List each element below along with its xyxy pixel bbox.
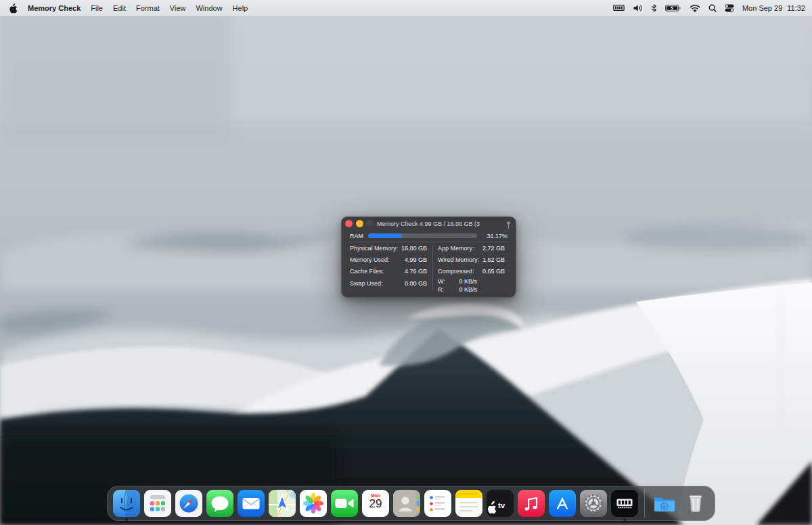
safari-icon (175, 490, 202, 517)
stat-label: Compressed: (438, 268, 474, 275)
messages-icon (206, 490, 233, 517)
notes-icon (455, 490, 482, 517)
dock-item-safari[interactable] (175, 490, 202, 517)
launchpad-icon (144, 490, 171, 517)
volume-icon[interactable] (633, 4, 643, 12)
dock-item-maps[interactable] (269, 490, 296, 517)
calendar-icon: Mon29 (362, 490, 389, 517)
column-separator (432, 245, 433, 290)
battery-icon[interactable] (665, 4, 681, 12)
stat-value: 2,72 GB (482, 245, 505, 252)
active-app-name[interactable]: Memory Check (28, 4, 81, 12)
stat-value: 0,65 GB (482, 268, 505, 275)
dock-item-finder[interactable] (113, 490, 140, 517)
apple-menu-icon[interactable] (9, 3, 18, 14)
stat-row: Memory Used:4,99 GB (350, 254, 427, 265)
stat-row: Swap Used:0.00 GB (350, 277, 427, 289)
dock-item-calendar[interactable]: Mon29 (362, 490, 389, 517)
stat-label: Physical Memory: (350, 245, 398, 252)
stat-label: R: (438, 286, 449, 293)
menu-help[interactable]: Help (233, 4, 248, 12)
menu-file[interactable]: File (91, 4, 103, 12)
running-indicator-dot (125, 518, 128, 521)
desktop[interactable]: Memory Check FileEditFormatViewWindowHel… (0, 0, 812, 525)
minimize-button[interactable] (356, 220, 363, 227)
stat-label: Memory Used: (350, 256, 390, 263)
dock-item-reminders[interactable] (424, 490, 451, 517)
downloads-icon (651, 490, 678, 517)
memory-check-window: Memory Check 4.99 GB / 16.00 GB (31.17%)… (341, 216, 516, 298)
spotlight-icon[interactable] (708, 4, 717, 12)
stat-value: 4.76 GB (405, 268, 427, 275)
stat-label: W: (438, 278, 449, 285)
status-icon-list (613, 4, 734, 12)
stat-value: 16,00 GB (401, 245, 427, 252)
dock-item-facetime[interactable] (331, 490, 358, 517)
stat-value: 4,99 GB (405, 256, 427, 263)
clock-time: 11:32 (787, 4, 805, 12)
stat-value: 0.00 GB (405, 280, 427, 287)
dock-item-mail[interactable] (238, 490, 265, 517)
menu-view[interactable]: View (170, 4, 186, 12)
dock-item-contacts[interactable] (393, 490, 420, 517)
stat-label: App Memory: (438, 245, 474, 252)
control-center-icon[interactable] (725, 4, 734, 12)
io-row: R:0 KB/s (438, 286, 477, 294)
stat-label: Cache Files: (350, 268, 384, 275)
dock-item-memory-check[interactable] (611, 490, 638, 517)
menu-format[interactable]: Format (136, 4, 160, 12)
menu-edit[interactable]: Edit (113, 4, 126, 12)
ram-usage-row: RAM 31.17% (350, 231, 508, 240)
dock-item-trash[interactable] (682, 490, 709, 517)
dock-item-launchpad[interactable] (144, 490, 171, 517)
appletv-icon: tv (487, 490, 514, 517)
trash-icon (682, 490, 709, 517)
menu-bar-clock[interactable]: Mon Sep 29 11:32 (742, 4, 805, 12)
maps-icon (269, 490, 296, 517)
dock-divider (644, 489, 645, 518)
stats-column-left: Physical Memory:16,00 GBMemory Used:4,99… (350, 242, 427, 289)
stat-value: 0 KB/s (449, 278, 477, 285)
calendar-day: 29 (369, 498, 382, 510)
window-title: Memory Check 4.99 GB / 16.00 GB (31.17%) (377, 217, 480, 230)
stat-row: Wired Memory:1,62 GB (438, 254, 505, 265)
contacts-icon (393, 490, 420, 517)
dock-item-music[interactable] (518, 490, 545, 517)
stat-value: 0 KB/s (449, 286, 477, 293)
dock-item-messages[interactable] (206, 490, 233, 517)
stat-row: Physical Memory:16,00 GB (350, 242, 427, 254)
close-button[interactable] (345, 220, 353, 227)
stat-value: 1,62 GB (482, 256, 505, 263)
dock-item-notes[interactable] (455, 490, 482, 517)
dock-item-downloads[interactable] (651, 490, 678, 517)
ram-progress-fill (368, 233, 402, 238)
svg-text:tv: tv (498, 501, 505, 509)
menu-window[interactable]: Window (196, 4, 222, 12)
dock-item-settings[interactable] (580, 490, 607, 517)
ram-label: RAM (350, 233, 368, 239)
stat-row: Compressed:0,65 GB (438, 266, 505, 277)
menu-bar: Memory Check FileEditFormatViewWindowHel… (0, 0, 812, 16)
zoom-button-disabled[interactable] (366, 220, 374, 227)
facetime-icon (331, 490, 358, 517)
io-row: W:0 KB/s (438, 277, 477, 286)
wifi-icon[interactable] (690, 4, 700, 12)
reminders-icon (424, 490, 451, 517)
window-titlebar[interactable]: Memory Check 4.99 GB / 16.00 GB (31.17%) (342, 217, 516, 230)
settings-icon (580, 490, 607, 517)
menu-list: FileEditFormatViewWindowHelp (91, 4, 248, 12)
stat-row: Cache Files:4.76 GB (350, 266, 427, 277)
memory-check-icon (611, 490, 638, 517)
running-indicator-dot (623, 518, 626, 521)
appstore-icon (549, 490, 576, 517)
clock-date: Mon Sep 29 (742, 4, 782, 12)
bluetooth-icon[interactable] (651, 4, 657, 12)
ram-percent: 31.17% (484, 233, 508, 239)
stat-label: Swap Used: (350, 280, 383, 287)
dock-item-photos[interactable] (300, 490, 327, 517)
pin-icon[interactable] (506, 220, 511, 232)
dock-item-appletv[interactable]: tv (487, 490, 514, 517)
memory-module-icon[interactable] (613, 4, 625, 12)
ram-progress-bar (368, 233, 477, 238)
dock-item-appstore[interactable] (549, 490, 576, 517)
